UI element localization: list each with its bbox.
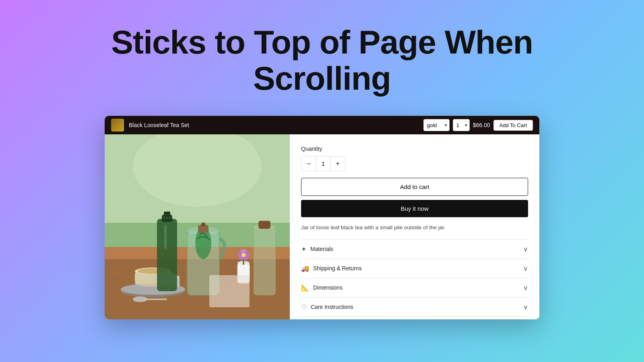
main-container: Sticks to Top of Page When Scrolling Bla… xyxy=(0,0,644,362)
buy-now-button[interactable]: Buy it now xyxy=(301,200,528,217)
accordion-dimensions[interactable]: 📐 Dimensions ∨ xyxy=(301,278,528,297)
color-select[interactable]: gold silver black xyxy=(423,119,450,131)
accordion-materials[interactable]: ✦ Materials ∨ xyxy=(301,239,528,259)
dimensions-chevron-icon: ∨ xyxy=(523,284,528,292)
sticky-bar: Black Looseleaf Tea Set gold silver blac… xyxy=(105,116,539,134)
sticky-add-to-cart-button[interactable]: Add To Cart xyxy=(493,120,533,131)
materials-chevron-icon: ∨ xyxy=(523,245,528,253)
svg-rect-34 xyxy=(243,259,244,265)
svg-rect-39 xyxy=(145,298,167,300)
dimensions-label: Dimensions xyxy=(313,284,343,291)
svg-point-33 xyxy=(242,253,246,257)
shipping-chevron-icon: ∨ xyxy=(523,265,528,272)
sticky-price: $66.00 xyxy=(473,122,490,128)
product-image-container xyxy=(105,134,290,319)
care-label: Care Instructions xyxy=(311,304,353,310)
care-icon: ♡ xyxy=(301,303,307,311)
product-info-panel: Quantity − 1 + Add to cart Buy it now Ja… xyxy=(290,134,539,319)
svg-rect-37 xyxy=(258,221,270,229)
quantity-decrease-button[interactable]: − xyxy=(301,156,316,171)
quantity-increase-button[interactable]: + xyxy=(330,156,345,171)
svg-rect-40 xyxy=(209,275,250,307)
page-headline: Sticks to Top of Page When Scrolling xyxy=(111,24,533,97)
color-select-wrapper[interactable]: gold silver black xyxy=(423,119,450,131)
quantity-value: 1 xyxy=(316,156,330,171)
sticky-bar-controls: gold silver black 1 2 3 $66.00 Add To Ca… xyxy=(423,119,533,131)
product-thumbnail xyxy=(111,119,124,132)
care-chevron-icon: ∨ xyxy=(523,303,528,311)
sticky-bar-product-title: Black Looseleaf Tea Set xyxy=(129,122,419,128)
add-to-cart-button[interactable]: Add to cart xyxy=(301,178,528,196)
materials-label: Materials xyxy=(310,246,333,252)
browser-window: Black Looseleaf Tea Set gold silver blac… xyxy=(105,116,539,319)
shipping-label: Shipping & Returns xyxy=(313,265,362,272)
svg-rect-21 xyxy=(157,219,177,291)
accordion-shipping[interactable]: 🚚 Shipping & Returns ∨ xyxy=(301,259,528,278)
svg-rect-35 xyxy=(254,227,276,295)
quantity-select-wrapper[interactable]: 1 2 3 xyxy=(453,119,470,131)
svg-rect-24 xyxy=(164,225,167,249)
product-area: Quantity − 1 + Add to cart Buy it now Ja… xyxy=(105,134,539,319)
accordion-care[interactable]: ♡ Care Instructions ∨ xyxy=(301,297,528,317)
materials-icon: ✦ xyxy=(301,245,306,253)
product-description: Jar of loose leaf black tea with a small… xyxy=(301,224,528,232)
svg-point-20 xyxy=(201,222,205,226)
dimensions-icon: 📐 xyxy=(301,284,309,292)
svg-rect-23 xyxy=(164,212,170,216)
shipping-icon: 🚚 xyxy=(301,265,309,272)
quantity-control: − 1 + xyxy=(301,156,345,171)
quantity-label: Quantity xyxy=(301,146,528,152)
share-row[interactable]: ⬆ Share xyxy=(301,317,528,320)
tea-scene-svg xyxy=(105,134,290,319)
quantity-select[interactable]: 1 2 3 xyxy=(453,119,470,131)
